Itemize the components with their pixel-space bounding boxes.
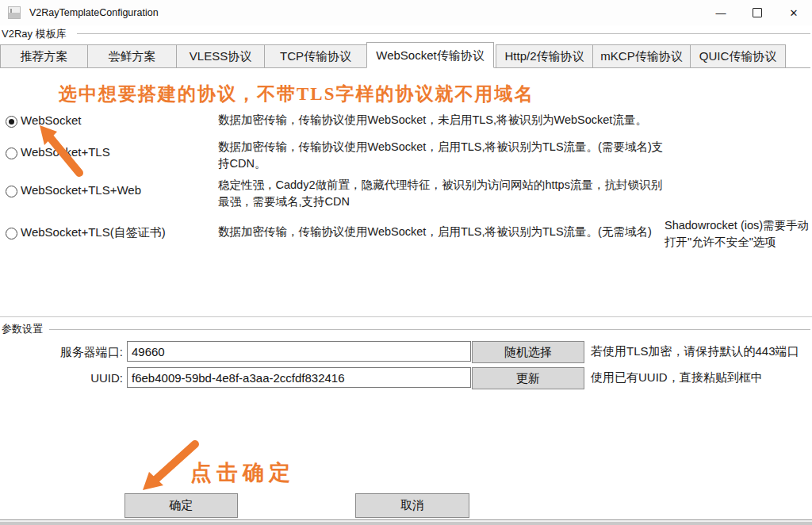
app-window: V2RayTemplateConfiguration — ✕ V2Ray 模板库… [0, 0, 812, 525]
maximize-icon [753, 8, 762, 17]
arrow-to-websocket-icon [30, 119, 102, 181]
annotation-select-protocol: 选中想要搭建的协议，不带TLS字样的协议就不用域名 [59, 82, 534, 106]
radio-websocket-tls-web[interactable] [6, 186, 17, 197]
template-group-bottom-line [0, 316, 812, 317]
maximize-button[interactable] [739, 0, 776, 25]
ok-button[interactable]: 确定 [124, 493, 238, 518]
cancel-button[interactable]: 取消 [355, 493, 469, 518]
port-note: 若使用TLS加密，请保持默认的443端口 [591, 344, 799, 359]
tab-vless[interactable]: VLESS协议 [176, 44, 264, 68]
radio-websocket-tls-selfsigned[interactable] [6, 228, 17, 240]
radio-websocket-tls[interactable] [6, 148, 17, 159]
window-title: V2RayTemplateConfiguration [29, 0, 159, 25]
tab-http2[interactable]: Http/2传输协议 [496, 44, 592, 68]
random-select-button[interactable]: 随机选择 [472, 341, 584, 363]
uuid-label: UUID: [46, 371, 123, 385]
uuid-input[interactable] [127, 367, 471, 388]
server-port-label: 服务器端口: [46, 345, 123, 360]
app-icon [8, 6, 21, 19]
update-uuid-button[interactable]: 更新 [472, 367, 584, 389]
titlebar: V2RayTemplateConfiguration — ✕ [0, 0, 812, 25]
params-group-label: 参数设置 [2, 322, 46, 336]
template-group-line [77, 33, 810, 34]
websocket-tls-selfsigned-description: 数据加密传输，传输协议使用WebSocket，启用TLS,将被识别为TLS流量。… [218, 224, 672, 240]
uuid-note: 使用已有UUID，直接粘贴到框中 [591, 370, 763, 385]
close-button[interactable]: ✕ [776, 0, 812, 25]
radio-websocket-tls-web-label[interactable]: WebSocket+TLS+Web [21, 183, 141, 197]
tab-quic[interactable]: QUIC传输协议 [690, 44, 786, 68]
server-port-input[interactable] [127, 341, 471, 362]
params-group-line [49, 329, 810, 330]
template-group-label: V2Ray 模板库 [2, 27, 70, 41]
window-bottom-edge [0, 519, 812, 525]
tab-mkcp[interactable]: mKCP传输协议 [592, 44, 690, 68]
shadowrocket-note: Shadowrocket (ios)需要手动打开"允许不安全"选项 [665, 217, 812, 251]
close-icon: ✕ [790, 7, 799, 19]
minimize-button[interactable]: — [703, 0, 739, 25]
tab-recommended[interactable]: 推荐方案 [0, 44, 87, 68]
minimize-icon: — [716, 7, 726, 19]
tab-fresh[interactable]: 尝鲜方案 [87, 44, 176, 68]
annotation-click-ok: 点击确定 [190, 458, 295, 487]
websocket-tls-description: 数据加密传输，传输协议使用WebSocket，启用TLS,将被识别为TLS流量。… [218, 139, 672, 172]
radio-websocket-tls-selfsigned-label[interactable]: WebSocket+TLS(自签证书) [21, 225, 166, 240]
websocket-description: 数据加密传输，传输协议使用WebSocket，未启用TLS,将被识别为WebSo… [218, 112, 672, 128]
websocket-tls-web-description: 稳定性强，Caddy2做前置，隐藏代理特征，被识别为访问网站的https流量，抗… [218, 177, 672, 210]
protocol-tabstrip: 推荐方案 尝鲜方案 VLESS协议 TCP传输协议 WebSocket传输协议 … [0, 43, 799, 68]
radio-websocket[interactable] [6, 116, 17, 128]
tab-websocket[interactable]: WebSocket传输协议 [366, 42, 494, 68]
window-controls: — ✕ [703, 0, 812, 25]
tab-tcp[interactable]: TCP传输协议 [264, 44, 366, 68]
